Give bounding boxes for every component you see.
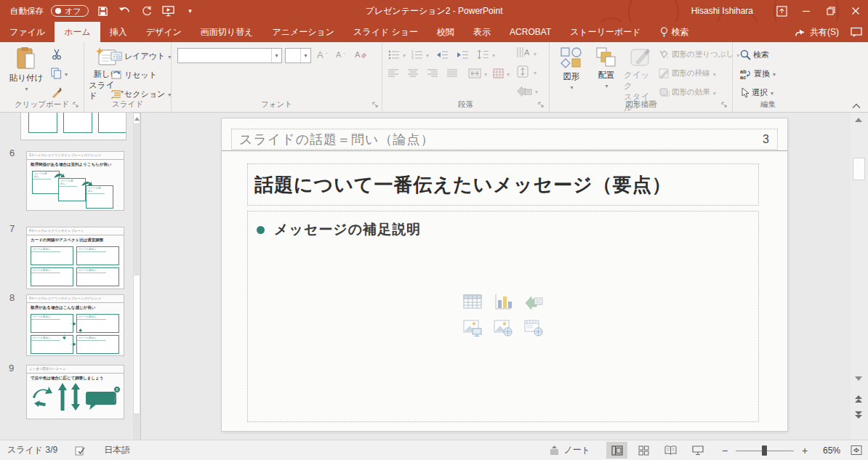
- drawing-dialog-launcher-icon[interactable]: [721, 102, 728, 109]
- tab-file[interactable]: ファイル: [0, 22, 55, 42]
- next-slide-button[interactable]: [854, 411, 863, 419]
- notes-button[interactable]: ノート: [549, 444, 590, 456]
- slide-body-placeholder[interactable]: メッセージの補足説明: [247, 211, 759, 422]
- share-button[interactable]: 共有(S): [795, 26, 839, 39]
- copy-button[interactable]: [51, 65, 68, 81]
- close-button[interactable]: [843, 0, 868, 22]
- align-center-button[interactable]: [408, 65, 419, 81]
- paste-button[interactable]: 貼り付け: [9, 47, 44, 92]
- tab-review[interactable]: 校閲: [427, 22, 464, 42]
- reading-view-button[interactable]: [660, 442, 681, 459]
- zoom-in-button[interactable]: +: [800, 445, 810, 456]
- bullets-button[interactable]: [388, 47, 406, 62]
- line-spacing-button[interactable]: [477, 47, 495, 62]
- cut-button[interactable]: [51, 47, 63, 62]
- fit-slide-to-window-button[interactable]: [851, 445, 862, 456]
- insert-smartart-icon[interactable]: [524, 293, 543, 310]
- slide-thumbnail-6[interactable]: 3カードのレイアウトやテンプレートのアレンジ· 順序関係がある場合は並列よりこち…: [26, 151, 124, 211]
- slide-sorter-view-button[interactable]: [633, 442, 654, 459]
- user-name[interactable]: Hisashi Ishihara: [691, 6, 753, 16]
- slide-header-placeholder[interactable]: スライドの話題＝問い（論点） 3: [231, 129, 778, 150]
- slide-counter[interactable]: スライド 3/9: [7, 444, 57, 456]
- columns-button[interactable]: [468, 65, 487, 81]
- insert-video-icon[interactable]: [524, 319, 543, 336]
- numbering-button[interactable]: 123: [411, 47, 429, 62]
- convert-to-smartart-button[interactable]: [516, 83, 538, 99]
- thumbnail-scroll-up-button[interactable]: [133, 113, 140, 124]
- tab-home[interactable]: ホーム: [55, 22, 100, 42]
- insert-online-pictures-icon[interactable]: [494, 319, 513, 336]
- zoom-slider[interactable]: [736, 445, 794, 456]
- comments-icon[interactable]: [851, 27, 862, 38]
- align-left-icon: [388, 69, 399, 78]
- align-left-button[interactable]: [388, 65, 399, 81]
- slide-editing-area[interactable]: スライドの話題＝問い（論点） 3 話題について一番伝えたいメッセージ（要点） メ…: [222, 118, 787, 431]
- slideshow-view-button[interactable]: [687, 442, 708, 459]
- insert-table-icon[interactable]: [463, 293, 482, 310]
- paragraph-dialog-launcher-icon[interactable]: [538, 102, 545, 109]
- minimize-button[interactable]: [794, 0, 819, 22]
- scroll-down-icon[interactable]: [854, 376, 863, 382]
- shape-effects-button[interactable]: 図形の効果: [659, 84, 716, 100]
- tell-me-search[interactable]: 検索: [651, 22, 699, 42]
- clear-formatting-button[interactable]: A: [355, 47, 367, 62]
- add-remove-columns-button[interactable]: [493, 65, 510, 81]
- tab-slideshow[interactable]: スライド ショー: [344, 22, 427, 42]
- select-button[interactable]: 選択: [740, 84, 773, 100]
- decrease-indent-button[interactable]: [436, 47, 449, 62]
- main-scrollbar[interactable]: [851, 113, 868, 440]
- restore-button[interactable]: [819, 0, 843, 22]
- font-size-combo[interactable]: ▾: [285, 48, 311, 63]
- tab-insert[interactable]: 挿入: [100, 22, 137, 42]
- tab-transitions[interactable]: 画面切り替え: [191, 22, 263, 42]
- previous-slide-button[interactable]: [854, 395, 863, 403]
- shape-outline-button[interactable]: 図形の枠線: [659, 65, 716, 81]
- scissors-icon: [51, 49, 63, 60]
- arrange-button[interactable]: 配置: [590, 47, 622, 89]
- zoom-out-button[interactable]: −: [720, 445, 730, 456]
- font-name-combo[interactable]: ▾: [177, 48, 282, 63]
- text-direction-button[interactable]: A: [516, 45, 537, 61]
- slide-thumbnail-9[interactable]: よく使う図形のパターン· 寸法や色は場合に応じて調整しましょう 8: [26, 365, 124, 419]
- slide-number: 6: [9, 148, 15, 158]
- zoom-level[interactable]: 65%: [816, 445, 840, 456]
- main-scrollbar-thumb[interactable]: [853, 158, 865, 180]
- slide-thumbnail-panel[interactable]: 6 3カードのレイアウトやテンプレートのアレンジ· 順序関係がある場合は並列より…: [0, 113, 141, 440]
- thumbnail-scrollbar[interactable]: [133, 113, 140, 440]
- reset-button[interactable]: リセット: [109, 67, 157, 83]
- spellcheck-icon[interactable]: [75, 445, 87, 456]
- language-indicator[interactable]: 日本語: [104, 444, 130, 456]
- replace-button[interactable]: abac 置換: [740, 65, 776, 81]
- align-text-button[interactable]: [516, 64, 537, 80]
- insert-chart-icon[interactable]: [494, 293, 513, 310]
- tab-view[interactable]: 表示: [464, 22, 500, 42]
- layout-button[interactable]: レイアウト: [109, 48, 171, 64]
- align-right-button[interactable]: [427, 65, 438, 81]
- tab-storyboard[interactable]: ストーリーボード: [560, 22, 650, 42]
- status-bar: スライド 3/9 日本語 ノート −: [0, 440, 868, 460]
- tab-design[interactable]: デザイン: [137, 22, 191, 42]
- zoom-slider-thumb[interactable]: [762, 445, 767, 456]
- find-button[interactable]: 検索: [740, 47, 769, 62]
- slide-thumbnail-8[interactable]: 4カードのレイアウトやテンプレートのアレンジ· 順序がある場合はこんな感じが良い…: [26, 294, 124, 356]
- ribbon-display-options-icon[interactable]: [769, 0, 794, 22]
- shapes-button[interactable]: 図形: [555, 47, 587, 91]
- slide-thumbnail-7[interactable]: 4カードのレイアウトやテンプレート· カードの間隔やアスペクト比は適宜調整 カー…: [26, 227, 124, 289]
- shape-fill-button[interactable]: 図形の塗りつぶし: [659, 47, 739, 62]
- insert-pictures-icon[interactable]: [463, 319, 482, 336]
- font-dialog-launcher-icon[interactable]: [372, 102, 379, 109]
- tab-animations[interactable]: アニメーション: [262, 22, 344, 42]
- collapse-ribbon-button[interactable]: [852, 103, 861, 109]
- grow-font-button[interactable]: Aˆ: [317, 47, 327, 62]
- justify-button[interactable]: [447, 65, 458, 81]
- format-painter-button[interactable]: [51, 84, 63, 100]
- slide-title-placeholder[interactable]: 話題について一番伝えたいメッセージ（要点）: [247, 164, 759, 206]
- thumbnail-scrollbar-thumb[interactable]: [133, 275, 140, 414]
- slide-thumbnail-5-partial[interactable]: [20, 113, 126, 140]
- tab-acrobat[interactable]: ACROBAT: [500, 22, 560, 42]
- clipboard-dialog-launcher-icon[interactable]: [73, 102, 80, 109]
- increase-indent-button[interactable]: [457, 47, 469, 62]
- scroll-up-icon[interactable]: [854, 117, 863, 123]
- normal-view-button[interactable]: [606, 442, 627, 459]
- shrink-font-button[interactable]: Aˇ: [336, 47, 345, 62]
